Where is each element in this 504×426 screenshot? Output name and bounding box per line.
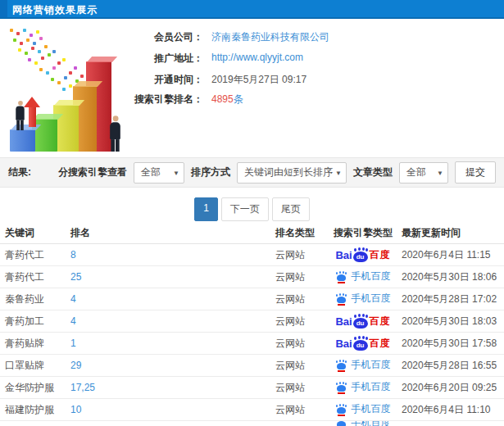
rank-link[interactable]: 4 xyxy=(70,315,76,327)
cell-engine: Baidu百度 xyxy=(326,248,400,262)
engine-filter-select[interactable]: 全部 ▼ xyxy=(134,162,184,184)
rank-link[interactable]: 17,25 xyxy=(70,382,95,393)
chevron-down-icon: ▼ xyxy=(173,170,179,177)
promo-url-row: 推广地址： http://www.qlyyjt.com xyxy=(0,52,385,65)
chevron-down-icon: ▼ xyxy=(335,170,342,177)
result-label: 结果: xyxy=(8,165,31,179)
clipart-bar-blue xyxy=(10,129,35,152)
cell-engine: 手机百度 xyxy=(326,402,400,417)
sort-filter-value: 关键词由短到长排序 xyxy=(244,165,333,179)
rank-count: 4895 xyxy=(211,93,234,105)
last-page-button[interactable]: 尾页 xyxy=(272,197,310,221)
table-row: 金华防护服 17,25 云网站 手机百度 2020年6月20日 09:25 xyxy=(0,377,504,399)
page-1-button[interactable]: 1 xyxy=(194,197,218,221)
cell-engine: 手机百度 xyxy=(326,292,400,306)
baidu-paw-icon: du xyxy=(353,337,369,351)
rank-link[interactable]: 8 xyxy=(70,249,76,261)
engine-filter-value: 全部 xyxy=(141,165,161,179)
cell-keyword: 膏药贴牌 xyxy=(0,337,70,351)
cell-engine: 手机百度 xyxy=(326,421,400,426)
info-section: 会员公司： 济南秦鲁药业科技有限公司 推广地址： http://www.qlyy… xyxy=(0,20,504,154)
cell-engine: Baidu百度 xyxy=(326,337,400,351)
table-row: 膏药代工 25 云网站 手机百度 2020年5月30日 18:06 xyxy=(0,266,504,288)
cell-rank-type: 云网站 xyxy=(275,315,326,329)
baidu-mobile-logo: 手机百度 xyxy=(336,402,391,416)
cell-update-time: 2020年6月20日 09:25 xyxy=(400,381,504,395)
baidu-paw-icon xyxy=(336,421,347,426)
page-title: 网络营销效果展示 xyxy=(12,3,98,17)
header-rank: 排名 xyxy=(70,226,275,240)
next-page-button[interactable]: 下一页 xyxy=(221,197,269,221)
baidu-pc-logo: Baidu百度 xyxy=(335,315,390,329)
cell-update-time: 2020年5月28日 17:02 xyxy=(400,292,504,306)
baidu-mobile-logo: 手机百度 xyxy=(336,358,391,372)
cell-engine: 手机百度 xyxy=(326,380,400,395)
rank-link[interactable]: 25 xyxy=(70,271,81,283)
businessman-figure-left xyxy=(16,101,24,130)
baidu-paw-icon xyxy=(336,360,347,370)
rank-link[interactable]: 4 xyxy=(70,293,76,305)
rank-link[interactable]: 1 xyxy=(70,338,76,349)
cell-update-time: 2020年5月30日 17:58 xyxy=(400,337,504,351)
cell-engine: 手机百度 xyxy=(326,358,400,373)
cell-rank-type: 云网站 xyxy=(275,292,326,306)
cell-rank-type: 云网站 xyxy=(275,337,326,351)
baidu-paw-icon xyxy=(336,404,347,415)
sort-filter-label: 排序方式 xyxy=(191,165,230,179)
table-row: 膏药代工 8 云网站 Baidu百度 2020年6月4日 11:15 xyxy=(0,244,504,266)
cell-rank-type: 云网站 xyxy=(275,381,326,395)
article-type-select[interactable]: 全部 ▼ xyxy=(399,162,448,184)
table-row-partial: 手机百度 xyxy=(0,421,504,426)
member-company-label: 会员公司： xyxy=(0,30,203,44)
marketing-report-page: 网络营销效果展示 会员公司： 济南秦鲁药业科技有限公司 推广地址： http: xyxy=(0,0,504,426)
submit-button[interactable]: 提交 xyxy=(455,161,496,184)
cell-keyword: 膏药加工 xyxy=(0,315,70,329)
table-row: 膏药贴牌 1 云网站 Baidu百度 2020年5月30日 17:58 xyxy=(0,333,504,355)
baidu-paw-icon: du xyxy=(353,248,369,262)
table-row: 膏药加工 4 云网站 Baidu百度 2020年5月30日 18:03 xyxy=(0,310,504,333)
engine-rank-value: 4895条 xyxy=(211,93,243,106)
baidu-mobile-logo: 手机百度 xyxy=(336,380,391,394)
rank-link[interactable]: 10 xyxy=(70,404,81,415)
baidu-paw-icon: du xyxy=(353,315,369,329)
promo-url-link[interactable]: http://www.qlyyjt.com xyxy=(211,52,303,63)
baidu-pc-logo: Baidu百度 xyxy=(335,337,390,351)
baidu-paw-icon xyxy=(336,271,347,282)
cell-rank-type: 云网站 xyxy=(275,248,326,262)
member-company-link[interactable]: 济南秦鲁药业科技有限公司 xyxy=(211,30,329,44)
baidu-paw-icon xyxy=(336,293,347,304)
cell-keyword: 口罩贴牌 xyxy=(0,359,70,373)
table-row: 福建防护服 10 云网站 手机百度 2020年6月4日 11:10 xyxy=(0,399,504,421)
bar-chart-clipart xyxy=(3,27,144,153)
cell-keyword: 膏药代工 xyxy=(0,270,70,284)
header-update-time: 最新更新时间 xyxy=(400,226,504,240)
cell-keyword: 福建防护服 xyxy=(0,403,70,417)
cell-update-time: 2020年6月4日 11:10 xyxy=(400,403,504,417)
rank-unit: 条 xyxy=(234,93,243,105)
rank-link[interactable]: 29 xyxy=(70,360,81,371)
cell-engine: 手机百度 xyxy=(326,270,400,284)
cell-update-time: 2020年5月30日 18:06 xyxy=(400,270,504,284)
cell-engine: Baidu百度 xyxy=(326,315,400,329)
header-rank-type: 排名类型 xyxy=(275,226,326,240)
baidu-mobile-logo: 手机百度 xyxy=(336,270,391,283)
pagination: 1 下一页 尾页 xyxy=(0,197,504,221)
table-header-row: 关键词 排名 排名类型 搜索引擎类型 最新更新时间 xyxy=(0,223,504,244)
filter-controls: 分搜索引擎查看 全部 ▼ 排序方式 关键词由短到长排序 ▼ 文章类型 全部 ▼ … xyxy=(58,161,496,184)
open-time-row: 开通时间： 2019年5月27日 09:17 xyxy=(0,73,385,86)
cell-rank-type: 云网站 xyxy=(275,403,326,417)
baidu-mobile-logo: 手机百度 xyxy=(336,292,391,306)
header-engine-type: 搜索引擎类型 xyxy=(326,226,400,240)
titlebar: 网络营销效果展示 xyxy=(0,0,504,19)
businessman-figure-right xyxy=(110,116,120,152)
results-table: 关键词 排名 排名类型 搜索引擎类型 最新更新时间 膏药代工 8 云网站 Bai… xyxy=(0,223,504,426)
up-arrow-icon xyxy=(29,107,36,127)
sort-filter-select[interactable]: 关键词由短到长排序 ▼ xyxy=(237,162,347,184)
table-row: 秦鲁药业 4 云网站 手机百度 2020年5月28日 17:02 xyxy=(0,288,504,310)
baidu-mobile-logo: 手机百度 xyxy=(336,421,391,426)
member-company-row: 会员公司： 济南秦鲁药业科技有限公司 xyxy=(0,30,385,43)
cell-rank-type: 云网站 xyxy=(275,270,326,284)
cell-update-time: 2020年6月4日 11:15 xyxy=(400,248,504,262)
article-type-value: 全部 xyxy=(406,165,426,179)
filter-bar: 结果: 分搜索引擎查看 全部 ▼ 排序方式 关键词由短到长排序 ▼ 文章类型 全… xyxy=(0,157,504,188)
